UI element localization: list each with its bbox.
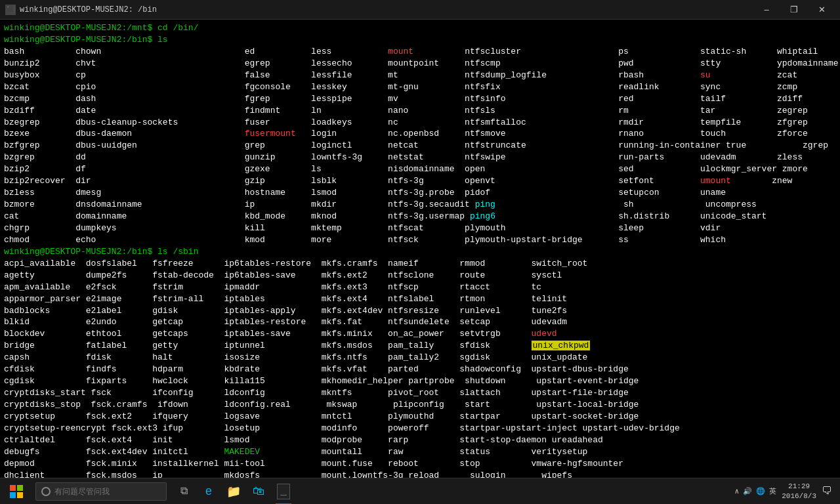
search-input[interactable] <box>54 487 153 496</box>
terminal-line: winking@DESKTOP-MUSEJN2:/bin$ ls /sbin <box>4 246 836 258</box>
terminal-taskbar-icon: _ <box>277 484 290 499</box>
network-icon[interactable]: 🌐 <box>756 487 765 495</box>
restore-button[interactable]: ❐ <box>781 3 807 17</box>
folder-icon: 📁 <box>226 484 241 499</box>
taskbar-tray: ∧ 🔊 🌐 英 21:29 2016/8/3 🗨 <box>735 482 840 501</box>
time-display: 21:29 <box>782 482 816 491</box>
terminal-line: bzless dmesg hostname lsmod ntfs-3g.prob… <box>4 187 836 199</box>
terminal-line: chgrp dumpkeys kill mktemp ntfscat plymo… <box>4 222 836 234</box>
terminal-output: winking@DESKTOP-MUSEJN2:/mnt$ cd /bin/ w… <box>0 20 840 483</box>
taskbar: ⧉ e 📁 🛍 _ ∧ 🔊 🌐 英 21:29 2016/8/3 🗨 <box>0 478 840 504</box>
terminal-line: bzip2 df gzexe ls nisdomainname open sed… <box>4 163 836 175</box>
terminal-line: bzgrep dd gunzip lowntfs-3g netstat ntfs… <box>4 152 836 163</box>
terminal-line: cryptdisks_stop fsck.cramfs ifdown ldcon… <box>4 399 836 411</box>
explorer-app[interactable]: 📁 <box>222 478 245 505</box>
terminal-line: bzfgrep dbus-uuidgen grep loginctl netca… <box>4 140 836 152</box>
terminal-line: busybox cp false lessfile mt ntfsdump_lo… <box>4 70 836 81</box>
terminal-line: depmod fsck.minix installkernel mii-tool… <box>4 458 836 470</box>
terminal-line: debugfs fsck.ext4dev initctl MAKEDEV mou… <box>4 446 836 458</box>
terminal-line: bzmore dnsdomainname ip mkdir ntfs-3g.se… <box>4 199 836 211</box>
window-controls[interactable]: – ❐ ✕ <box>753 3 835 17</box>
store-app[interactable]: 🛍 <box>247 478 270 505</box>
terminal-line: cryptdisks_start fsck ifconfig ldconfig … <box>4 387 836 399</box>
search-icon <box>41 487 51 496</box>
language-indicator[interactable]: 英 <box>769 486 776 496</box>
terminal-line: ctrlaltdel fsck.ext4 init lsmod modprobe… <box>4 434 836 446</box>
terminal-line: acpi_available dosfslabel fsfreeze ip6ta… <box>4 258 836 270</box>
terminal-line: agetty dumpe2fs fstab-decode ip6tables-s… <box>4 270 836 282</box>
terminal-line: apparmor_parser e2image fstrim-all iptab… <box>4 293 836 305</box>
title-bar: ⬛ winking@DESKTOP-MUSEJN2: /bin – ❐ ✕ <box>0 0 840 20</box>
terminal-line: winking@DESKTOP-MUSEJN2:/bin$ ls <box>4 34 836 46</box>
taskbar-apps: ⧉ e 📁 🛍 _ <box>172 478 295 505</box>
terminal-line: blockdev ethtool getcaps iptables-save m… <box>4 328 836 340</box>
terminal-icon: ⬛ <box>5 5 16 15</box>
task-view-icon: ⧉ <box>180 485 188 497</box>
speaker-icon[interactable]: 🔊 <box>743 487 752 495</box>
date-display: 2016/8/3 <box>782 492 816 501</box>
terminal-line: bzcmp dash fgrep lesspipe mv ntfsinfo re… <box>4 93 836 105</box>
terminal-line: bridge fatlabel getty iptunnel mkfs.msdo… <box>4 340 836 352</box>
minimize-button[interactable]: – <box>753 3 780 17</box>
search-bar[interactable] <box>35 482 167 501</box>
window-title: winking@DESKTOP-MUSEJN2: /bin <box>20 5 157 14</box>
terminal-line: cryptsetup-reencrypt fsck.ext3 ifup lose… <box>4 423 836 434</box>
terminal-line: cfdisk findfs hdparm kbdrate mkfs.vfat p… <box>4 364 836 375</box>
terminal-line: bzdiff date findmnt ln nano ntfsls rm ta… <box>4 105 836 117</box>
clock[interactable]: 21:29 2016/8/3 <box>782 482 816 501</box>
title-bar-left: ⬛ winking@DESKTOP-MUSEJN2: /bin <box>5 5 157 15</box>
terminal-line: bunzip2 chvt egrep lessecho mountpoint n… <box>4 58 836 70</box>
tray-icons: ∧ 🔊 🌐 英 <box>735 486 777 496</box>
terminal-line: capsh fdisk halt isosize mkfs.ntfs pam_t… <box>4 352 836 364</box>
terminal-line: chmod echo kmod more ntfsck plymouth-ups… <box>4 234 836 246</box>
edge-icon: e <box>205 485 213 498</box>
close-button[interactable]: ✕ <box>808 3 835 17</box>
terminal-line: bzegrep dbus-cleanup-sockets fuser loadk… <box>4 117 836 129</box>
notification-icon[interactable]: 🗨 <box>822 485 832 497</box>
task-view-button[interactable]: ⧉ <box>172 478 196 505</box>
start-button[interactable] <box>0 478 33 505</box>
terminal-line: bzcat cpio fgconsole lesskey mt-gnu ntfs… <box>4 81 836 93</box>
terminal-line: badblocks e2label gdisk iptables-apply m… <box>4 305 836 317</box>
store-icon: 🛍 <box>253 484 264 498</box>
terminal-line: apm_available e2fsck fstrim ipmaddr mkfs… <box>4 282 836 293</box>
terminal-app[interactable]: _ <box>272 478 295 505</box>
terminal-line: cat domainname kbd_mode mknod ntfs-3g.us… <box>4 211 836 222</box>
terminal-line: blkid e2undo getcap iptables-restore mkf… <box>4 316 836 328</box>
terminal-line: bzip2recover dir gzip lsblk ntfs-3g open… <box>4 175 836 187</box>
terminal-line: bzexe dbus-daemon fusermount login nc.op… <box>4 128 836 140</box>
terminal-line: bash chown ed less mount ntfscluster ps … <box>4 46 836 58</box>
edge-app[interactable]: e <box>197 478 220 505</box>
terminal-line: cgdisk fixparts hwclock killa115 mkhomed… <box>4 375 836 387</box>
terminal-line: cryptsetup fsck.ext2 ifquery logsave mnt… <box>4 411 836 423</box>
terminal-line: winking@DESKTOP-MUSEJN2:/mnt$ cd /bin/ <box>4 22 836 34</box>
chevron-up-icon[interactable]: ∧ <box>735 487 740 495</box>
windows-logo <box>10 485 23 498</box>
